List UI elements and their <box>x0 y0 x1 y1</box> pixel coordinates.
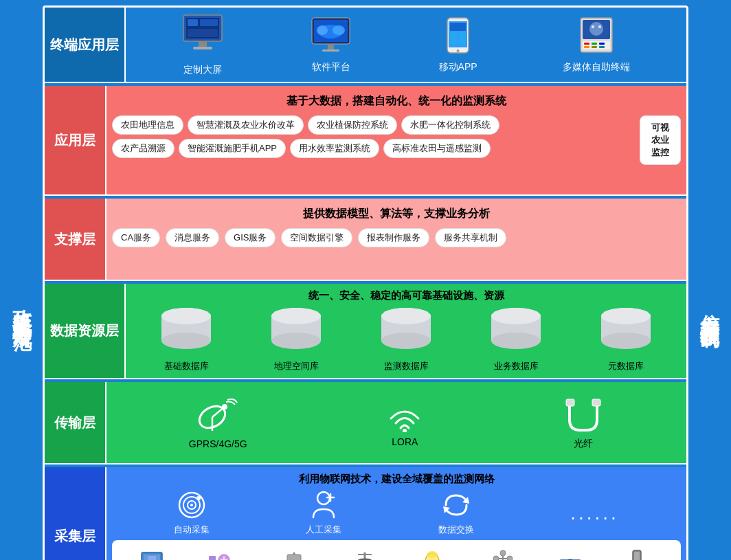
svg-point-10 <box>317 25 328 35</box>
svg-rect-78 <box>209 556 216 561</box>
satellite-icon <box>197 396 238 434</box>
app-tags-row1: 农田地理信息 智慧灌溉及农业水价改革 农业植保防控系统 水肥一体化控制系统 <box>112 115 636 135</box>
wifi-icon <box>384 398 425 432</box>
mobile-icon <box>446 16 470 57</box>
collect-row: 采集层 利用物联网技术，建设全域覆盖的监测网络 <box>45 467 686 560</box>
lora-label: LORA <box>392 436 418 447</box>
data-title: 统一、安全、稳定的高可靠基础设施、资源 <box>131 289 681 302</box>
mobile-label: 移动APP <box>439 61 477 74</box>
svg-point-98 <box>507 556 513 561</box>
gprs-label: GPRS/4G/5G <box>189 438 247 449</box>
svg-point-53 <box>601 308 651 324</box>
svg-point-49 <box>491 308 541 324</box>
fiber-icon <box>563 396 604 434</box>
right-vertical-label: 信息安全与运行维护机制 <box>693 5 726 560</box>
svg-rect-3 <box>200 19 218 26</box>
db-label-1: 地理空间库 <box>274 360 319 372</box>
db-label-3: 业务数据库 <box>494 360 539 372</box>
multimedia-icon <box>579 16 614 57</box>
svg-point-52 <box>601 333 651 349</box>
multimedia-label: 多媒体自助终端 <box>563 61 630 74</box>
app-tag-5: 智能灌溉施肥手机APP <box>179 139 286 158</box>
app-tag-1: 智慧灌溉及农业水价改革 <box>188 115 304 135</box>
support-tags: CA服务 消息服务 GIS服务 空间数据引擎 报表制作服务 服务共享机制 <box>112 228 681 247</box>
device-groundwater: 地下水监测 <box>616 549 657 561</box>
svg-rect-2 <box>188 19 198 26</box>
dots-display: ...... <box>570 502 619 524</box>
svg-point-94 <box>427 551 438 558</box>
svg-point-32 <box>592 25 594 28</box>
terminal-row: 终端应用层 <box>45 8 686 83</box>
svg-rect-13 <box>322 49 339 52</box>
svg-rect-18 <box>459 32 466 38</box>
svg-rect-6 <box>193 47 212 49</box>
app-tags-main: 农田地理信息 智慧灌溉及农业水价改革 农业植保防控系统 水肥一体化控制系统 农产… <box>112 115 636 165</box>
db-item-1: 地理空间库 <box>269 308 324 372</box>
svg-rect-28 <box>584 46 589 48</box>
svg-rect-16 <box>450 23 466 31</box>
devices-bottom: 智能井房 水肥一体化 <box>112 540 681 560</box>
svg-rect-12 <box>328 44 334 49</box>
svg-rect-5 <box>199 41 207 47</box>
svg-point-64 <box>190 504 193 506</box>
software-label: 软件平台 <box>312 61 350 74</box>
app-tags-row2: 农产品溯源 智能灌溉施肥手机APP 用水效率监测系统 高标准农田与遥感监测 <box>112 139 636 158</box>
svg-rect-19 <box>450 39 457 45</box>
terminal-item-multimedia: 多媒体自助终端 <box>563 16 630 74</box>
svg-point-11 <box>333 25 345 35</box>
svg-rect-81 <box>287 555 301 561</box>
app-tag-0: 农田地理信息 <box>112 115 183 135</box>
bigscreen-label: 定制大屏 <box>183 64 222 76</box>
db-item-3: 业务数据库 <box>488 308 543 372</box>
app-row-label: 应用层 <box>45 86 106 194</box>
auto-collect-label: 自动采集 <box>174 524 210 536</box>
terminal-row-label: 终端应用层 <box>45 8 126 82</box>
svg-rect-59 <box>566 399 574 406</box>
app-content: 基于大数据，搭建自动化、统一化的监测系统 农田地理信息 智慧灌溉及农业水价改革 … <box>106 86 686 194</box>
device-flow: 流量监测 <box>554 549 587 561</box>
data-icons: 基础数据库 地理空间库 <box>131 308 681 372</box>
collect-item-auto: 自动采集 <box>174 490 210 536</box>
svg-rect-60 <box>592 399 600 406</box>
trans-item-gprs: GPRS/4G/5G <box>189 396 247 449</box>
app-tag-7: 高标准农田与遥感监测 <box>383 139 491 158</box>
svg-point-45 <box>381 308 431 324</box>
svg-rect-108 <box>634 552 640 561</box>
support-row-label: 支撑层 <box>45 199 106 280</box>
support-row: 支撑层 提供数据模型、算法等，支撑业务分析 CA服务 消息服务 GIS服务 空间… <box>45 199 686 281</box>
collect-row-label: 采集层 <box>45 467 106 560</box>
svg-point-65 <box>196 496 201 500</box>
db-item-4: 元数据库 <box>598 308 653 372</box>
svg-rect-25 <box>584 43 589 45</box>
terminal-item-software: 软件平台 <box>308 16 353 74</box>
svg-rect-29 <box>592 46 597 48</box>
data-row-label: 数据资源层 <box>45 284 126 378</box>
device-weather: 气象监测站 <box>482 549 524 561</box>
collect-item-exchange: 数据交换 <box>438 490 474 536</box>
svg-point-56 <box>222 404 227 410</box>
app-tag-4: 农产品溯源 <box>112 139 175 158</box>
svg-rect-17 <box>450 32 457 38</box>
data-row: 数据资源层 统一、安全、稳定的高可靠基础设施、资源 基础数据库 <box>45 284 686 379</box>
software-icon <box>308 16 353 57</box>
data-exchange-label: 数据交换 <box>438 524 474 536</box>
svg-point-99 <box>500 550 506 556</box>
terminal-item-bigscreen: 定制大屏 <box>182 14 223 76</box>
support-tag-5: 服务共享机制 <box>435 228 506 247</box>
collect-top-icons: 自动采集 人工采集 <box>112 490 681 536</box>
trans-item-fiber: 光纤 <box>563 396 604 450</box>
support-title: 提供数据模型、算法等，支撑业务分析 <box>112 204 681 224</box>
svg-point-37 <box>161 308 211 324</box>
support-tag-3: 空间数据引擎 <box>281 228 352 247</box>
terminal-item-mobile: 移动APP <box>439 16 477 74</box>
svg-rect-4 <box>188 29 218 37</box>
svg-rect-74 <box>148 556 156 561</box>
main-wrapper: 政策法规与标准规范 终端应用层 <box>0 0 731 560</box>
svg-point-33 <box>598 25 601 28</box>
svg-point-48 <box>491 333 541 349</box>
svg-rect-26 <box>592 43 597 45</box>
collect-content: 利用物联网技术，建设全域覆盖的监测网络 自动采集 <box>106 467 686 560</box>
svg-point-21 <box>457 49 460 52</box>
manual-collect-label: 人工采集 <box>306 524 341 536</box>
svg-rect-24 <box>583 41 610 49</box>
